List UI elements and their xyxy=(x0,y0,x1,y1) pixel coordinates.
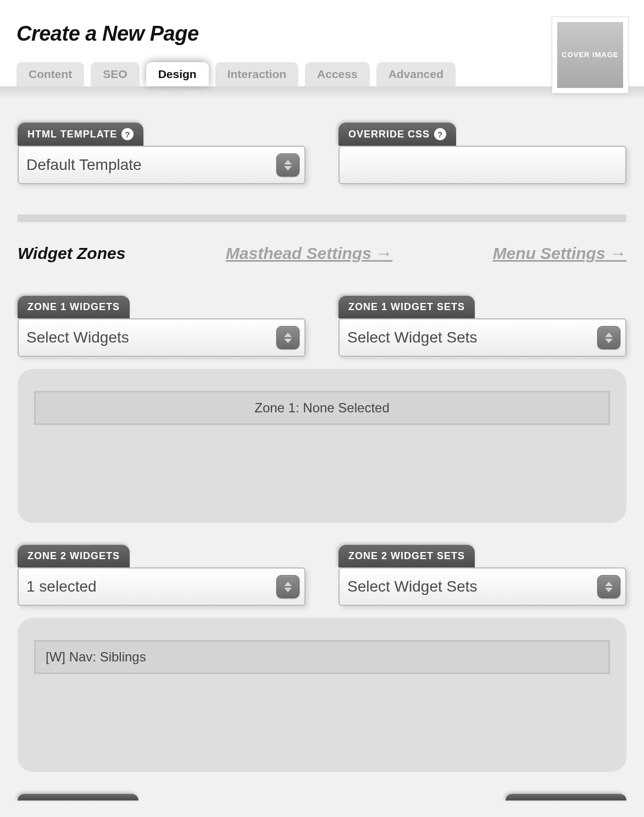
zone1-widgets-label-text: ZONE 1 WIDGETS xyxy=(27,301,120,313)
zone1-widget-sets-select[interactable]: Select Widget Sets xyxy=(338,318,626,357)
arrow-right-icon: → xyxy=(610,244,626,262)
zone2-widget-sets-select[interactable]: Select Widget Sets xyxy=(338,567,626,606)
zone2-widget-sets-value: Select Widget Sets xyxy=(347,578,478,595)
zone1-widget-sets-label-text: ZONE 1 WIDGET SETS xyxy=(348,301,465,313)
select-handle-icon xyxy=(597,326,620,349)
override-css-label-text: OVERRIDE CSS xyxy=(348,129,430,140)
select-handle-icon xyxy=(276,326,299,349)
zone1-widgets-value: Select Widgets xyxy=(26,329,129,346)
zone2-panel: [W] Nav: Siblings xyxy=(18,618,626,772)
zone2-widgets-value: 1 selected xyxy=(26,578,97,595)
zone2-widget-item[interactable]: [W] Nav: Siblings xyxy=(34,640,610,674)
zone2-widget-sets-label-text: ZONE 2 WIDGET SETS xyxy=(348,550,465,562)
zone1-panel: Zone 1: None Selected xyxy=(18,369,626,523)
zone1-widget-sets-label: ZONE 1 WIDGET SETS xyxy=(338,296,475,318)
zone2-widgets-label-text: ZONE 2 WIDGETS xyxy=(27,550,120,562)
html-template-select[interactable]: Default Template xyxy=(18,146,306,184)
tab-bar: Content SEO Design Interaction Access Ad… xyxy=(16,62,628,86)
zone2-widgets-select[interactable]: 1 selected xyxy=(18,567,306,606)
section-divider xyxy=(18,214,626,222)
tab-content[interactable]: Content xyxy=(16,62,84,86)
peek-tag-left xyxy=(18,794,138,801)
peek-tag-right xyxy=(506,794,626,801)
zone1-widgets-label: ZONE 1 WIDGETS xyxy=(18,296,130,318)
link-masthead-text: Masthead Settings xyxy=(226,244,371,262)
tab-seo[interactable]: SEO xyxy=(91,62,139,86)
section-nav: Widget Zones Masthead Settings → Menu Se… xyxy=(18,244,626,263)
zone1-empty-item[interactable]: Zone 1: None Selected xyxy=(34,391,610,425)
help-icon[interactable]: ? xyxy=(434,128,446,140)
next-section-peek xyxy=(18,794,626,801)
link-menu-settings[interactable]: Menu Settings → xyxy=(493,244,626,263)
html-template-value: Default Template xyxy=(26,156,142,174)
link-menu-text: Menu Settings xyxy=(493,244,606,262)
zone1-widget-sets-value: Select Widget Sets xyxy=(347,329,478,346)
override-css-input[interactable] xyxy=(338,146,626,184)
section-current: Widget Zones xyxy=(18,244,125,263)
html-template-label: HTML TEMPLATE ? xyxy=(18,123,143,146)
tab-design[interactable]: Design xyxy=(146,62,209,86)
override-css-label: OVERRIDE CSS ? xyxy=(338,123,456,146)
select-handle-icon xyxy=(276,575,299,598)
tab-access[interactable]: Access xyxy=(305,62,370,86)
zone1-widgets-select[interactable]: Select Widgets xyxy=(18,318,306,357)
html-template-label-text: HTML TEMPLATE xyxy=(27,129,117,140)
zone2-widgets-label: ZONE 2 WIDGETS xyxy=(18,545,130,567)
select-handle-icon xyxy=(597,575,620,598)
select-handle-icon xyxy=(276,153,299,176)
zone2-widget-sets-label: ZONE 2 WIDGET SETS xyxy=(338,545,475,567)
help-icon[interactable]: ? xyxy=(121,128,134,140)
tab-advanced[interactable]: Advanced xyxy=(376,62,456,86)
page-title: Create a New Page xyxy=(16,22,628,46)
arrow-right-icon: → xyxy=(376,244,392,262)
tab-interaction[interactable]: Interaction xyxy=(215,62,298,86)
link-masthead-settings[interactable]: Masthead Settings → xyxy=(226,244,392,263)
